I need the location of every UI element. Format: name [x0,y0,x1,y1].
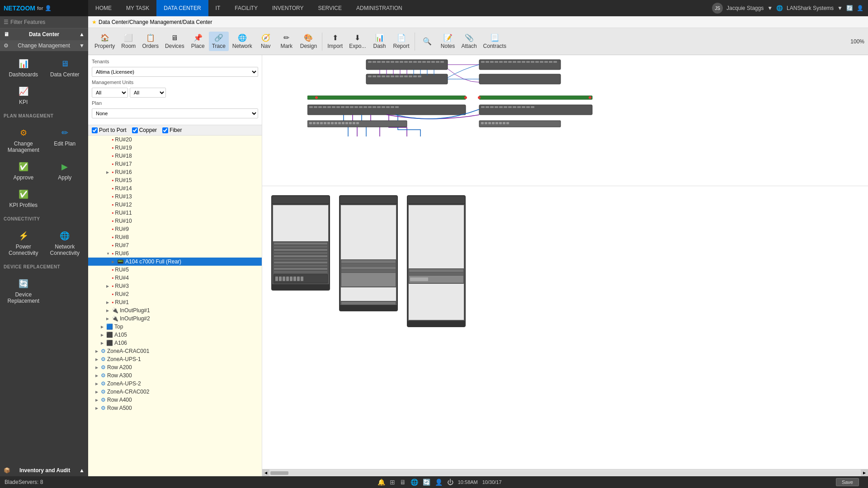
tree-row-a500[interactable]: ▶ ⚙ Row A500 [88,404,262,412]
tree-inout2[interactable]: ▶ 🔌 InOutPlug#2 [88,314,262,323]
tree-ru19[interactable]: ▪ RU#19 [88,144,262,152]
port-to-port-input[interactable] [92,127,98,133]
tree-ru17[interactable]: ▪ RU#17 [88,160,262,168]
sidebar-kpi[interactable]: 📈 KPI [4,82,43,108]
toolbar-trace[interactable]: 🔗 Trace [209,32,229,51]
management-units-select2[interactable]: All [130,88,166,98]
tree-inout1[interactable]: ▶ 🔌 InOutPlug#1 [88,306,262,314]
plan-select[interactable]: None [92,108,258,118]
scroll-left[interactable]: ◀ [262,469,269,476]
toolbar-orders[interactable]: 📋 Orders [139,32,161,51]
tree-a106[interactable]: ▶ ⬛ A106 [88,339,262,347]
tree-ru14[interactable]: ▪ RU#14 [88,184,262,192]
tree-ru3[interactable]: ▶ ▪ RU#3 [88,282,262,290]
save-button[interactable]: Save [836,478,859,486]
sidebar-power-connectivity[interactable]: ⚡ Power Connectivity [4,227,43,259]
power-status-icon[interactable]: ⏻ [447,479,453,486]
company-dropdown-icon[interactable]: ▼ [837,5,843,11]
sidebar-dashboards[interactable]: 📊 Dashboards [4,55,43,80]
toolbar-room[interactable]: ⬜ Room [118,32,138,51]
tree-row-a400[interactable]: ▶ ⚙ Row A400 [88,396,262,404]
tree-ru4[interactable]: ▪ RU#4 [88,274,262,282]
sidebar-edit-plan[interactable]: ✏ Edit Plan [45,124,85,156]
grid-icon[interactable]: ⊞ [390,479,395,486]
nav-it[interactable]: IT [208,0,228,16]
diagram-area[interactable] [262,55,868,469]
toolbar-attach[interactable]: 📎 Attach [459,32,480,51]
tree-ru1[interactable]: ▶ ▪ RU#1 [88,298,262,306]
tree-ru2[interactable]: ▪ RU#2 [88,290,262,298]
favorite-star[interactable]: ★ [92,19,97,25]
toolbar-export[interactable]: ⬇ Expo... [346,32,368,51]
nav-my-task[interactable]: MY TASK [119,0,156,16]
toolbar-nav[interactable]: 🧭 Nav [256,32,276,51]
port-to-port-check[interactable]: Port to Port [92,127,127,133]
toolbar-place[interactable]: 📌 Place [188,32,208,51]
refresh-icon[interactable]: 🔄 [846,5,853,11]
tree-ru5[interactable]: ▪ RU#5 [88,266,262,274]
copper-check[interactable]: Copper [132,127,157,133]
nav-administration[interactable]: ADMINISTRATION [349,0,410,16]
user-name[interactable]: Jacquie Staggs [726,5,764,11]
tenant-select[interactable]: Altima (Licensee) [92,67,258,77]
tree-zone-crac002[interactable]: ▶ ⚙ ZoneA-CRAC002 [88,388,262,396]
tree-a104[interactable]: ▶ 📟 A104 c7000 Full (Rear) [88,258,262,266]
toolbar-import[interactable]: ⬆ Import [325,32,345,51]
fiber-check[interactable]: Fiber [162,127,182,133]
tree-ru7[interactable]: ▪ RU#7 [88,241,262,249]
tree-ru13[interactable]: ▪ RU#13 [88,192,262,201]
tree-ru9[interactable]: ▪ RU#9 [88,225,262,233]
sidebar-approve[interactable]: ✅ Approve [4,158,43,183]
management-units-select1[interactable]: All [92,88,128,98]
tree-ru18[interactable]: ▪ RU#18 [88,152,262,160]
sidebar-change-mgmt[interactable]: ⚙ Change Management [4,124,43,156]
tree-row-a200[interactable]: ▶ ⚙ Row A200 [88,363,262,371]
toolbar-mark[interactable]: ✏ Mark [277,32,297,51]
tree-ru12[interactable]: ▪ RU#12 [88,201,262,209]
monitor-icon[interactable]: 🖥 [400,479,406,486]
toolbar-report[interactable]: 📄 Report [391,32,412,51]
tree-zone-ups1[interactable]: ▶ ⚙ ZoneA-UPS-1 [88,355,262,363]
toolbar-property[interactable]: 🏠 Property [92,32,118,51]
sidebar-apply[interactable]: ▶ Apply [45,158,85,183]
bell-icon[interactable]: 🔔 [377,479,385,486]
tree-ru11[interactable]: ▪ RU#11 [88,209,262,217]
change-management-header[interactable]: ⚙ Change Management ▼ [0,40,88,51]
user-settings-icon[interactable]: 👤 [857,5,863,11]
tree-row-a300[interactable]: ▶ ⚙ Row A300 [88,371,262,380]
tree-ru8[interactable]: ▪ RU#8 [88,233,262,241]
tree-ru10[interactable]: ▪ RU#10 [88,217,262,225]
nav-dropdown-icon[interactable]: ▼ [767,5,773,11]
toolbar-search[interactable]: 🔍 [417,35,437,47]
sidebar-network-connectivity[interactable]: 🌐 Network Connectivity [45,227,85,259]
scroll-right[interactable]: ▶ [861,469,868,476]
tree-ru16[interactable]: ▶ ▪ RU#16 [88,168,262,176]
copper-input[interactable] [132,127,138,133]
toolbar-dash[interactable]: 📊 Dash [370,32,390,51]
toolbar-notes[interactable]: 📝 Notes [438,32,458,51]
toolbar-devices[interactable]: 🖥 Devices [162,32,187,51]
tree-a105[interactable]: ▶ ⬛ A105 [88,331,262,339]
sidebar-kpi-profiles[interactable]: ✅ KPI Profiles [4,185,43,211]
nav-data-center[interactable]: DATA CENTER [156,0,208,16]
toolbar-network[interactable]: 🌐 Network [230,32,255,51]
tree-container[interactable]: ▪ RU#20 ▪ RU#19 ▪ RU#18 [88,136,262,476]
sidebar-data-center-item[interactable]: 🖥 Data Center [45,55,85,80]
inventory-audit-header[interactable]: 📦 Inventory and Audit ▲ [0,465,88,476]
toolbar-contracts[interactable]: 📃 Contracts [481,32,509,51]
nav-service[interactable]: SERVICE [311,0,349,16]
sidebar-data-center-header[interactable]: 🖥 Data Center ▲ [0,28,88,40]
refresh-status-icon[interactable]: 🔄 [423,479,430,486]
nav-facility[interactable]: FACiLiTY [227,0,265,16]
tree-ru6[interactable]: ▼ ▪ RU#6 [88,249,262,258]
nav-inventory[interactable]: INVENTORY [265,0,311,16]
tree-top[interactable]: ▶ 🟦 Top [88,323,262,331]
horizontal-scrollbar[interactable]: ◀ ▶ [262,469,868,476]
fiber-input[interactable] [162,127,168,133]
toolbar-design[interactable]: 🎨 Design [297,32,320,51]
nav-home[interactable]: HOME [88,0,119,16]
tree-zone-ups2[interactable]: ▶ ⚙ ZoneA-UPS-2 [88,380,262,388]
user-status-icon[interactable]: 👤 [435,479,443,486]
tree-zone-crac001[interactable]: ▶ ⚙ ZoneA-CRAC001 [88,347,262,355]
tree-ru20[interactable]: ▪ RU#20 [88,136,262,144]
